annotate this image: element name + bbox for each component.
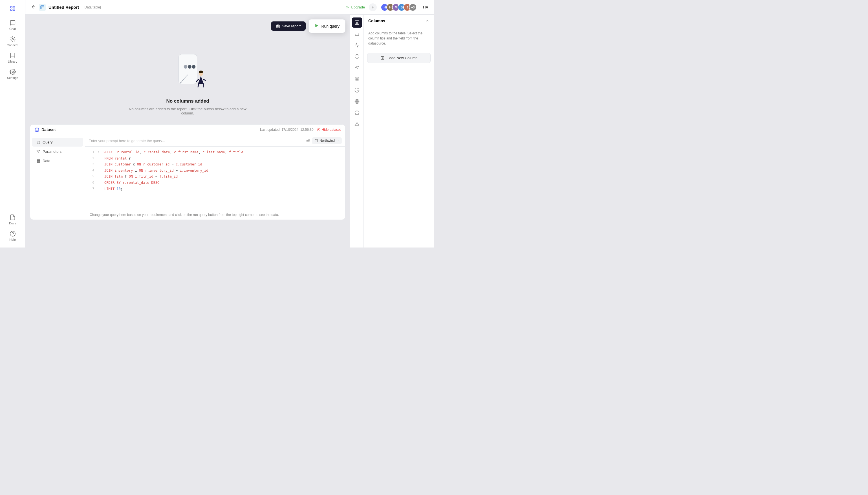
code-line-5: 5 JOIN film f ON i.film_id = f.film_id <box>90 174 341 180</box>
sidebar-item-library[interactable]: Library <box>0 50 25 66</box>
svg-rect-14 <box>179 54 197 84</box>
dataset-icon <box>35 127 39 132</box>
last-updated: Last updated: 17/10/2024, 12:56:30 <box>260 128 313 132</box>
svg-rect-24 <box>37 141 40 144</box>
svg-point-43 <box>355 67 356 68</box>
add-new-column-button[interactable]: + Add New Column <box>367 53 431 63</box>
dataset-nav-data[interactable]: Data <box>32 156 83 165</box>
query-input-bar: ⏎ Northwind <box>85 135 345 147</box>
top-header: Untitled Report [Data table] Upgrade + H… <box>25 0 434 15</box>
svg-marker-51 <box>355 111 359 115</box>
avatar-overflow[interactable]: +3 <box>409 3 417 11</box>
svg-point-17 <box>192 65 195 69</box>
svg-rect-1 <box>13 6 15 8</box>
viz-globe-button[interactable] <box>352 97 362 106</box>
viz-icons-panel <box>350 15 363 248</box>
datasource-selector[interactable]: Northwind <box>312 137 342 144</box>
svg-point-46 <box>356 66 357 67</box>
dataset-nav-parameters[interactable]: Parameters <box>32 147 83 156</box>
sidebar-item-docs-label: Docs <box>9 222 16 225</box>
viz-scatter-button[interactable] <box>352 63 362 73</box>
empty-title: No columns added <box>166 98 209 104</box>
content-area: Save report Run query <box>25 15 434 248</box>
code-line-4: 4 JOIN inventory i ON r.inventory_id = i… <box>90 168 341 174</box>
empty-illustration <box>165 45 210 96</box>
viz-bar-chart-button[interactable] <box>352 29 362 39</box>
code-editor[interactable]: 1 ▾ SELECT r.rental_id, r.rental_date, c… <box>85 147 345 210</box>
sidebar-item-help[interactable]: Help <box>0 228 25 244</box>
svg-point-4 <box>12 38 14 40</box>
columns-panel-title: Columns <box>368 19 385 23</box>
sidebar-item-settings-label: Settings <box>7 76 18 80</box>
viz-pentagon-button[interactable] <box>352 108 362 118</box>
svg-point-19 <box>199 71 203 73</box>
collapse-icon[interactable] <box>425 19 429 23</box>
svg-marker-27 <box>37 150 40 153</box>
upgrade-button[interactable]: Upgrade <box>345 5 365 9</box>
dataset-nav: Query Parameters <box>30 135 85 220</box>
code-line-7: 7 LIMIT 10; <box>90 186 341 192</box>
svg-point-33 <box>315 139 318 140</box>
svg-point-5 <box>12 71 14 73</box>
viz-area-chart-button[interactable] <box>352 51 362 62</box>
empty-description: No columns are added to the report. Clic… <box>129 107 247 115</box>
svg-point-44 <box>358 66 358 67</box>
columns-panel-header: Columns <box>364 15 434 27</box>
code-line-2: 2 FROM rental r <box>90 156 341 162</box>
report-subtitle: [Data table] <box>84 5 101 9</box>
app-logo <box>10 3 16 17</box>
svg-point-48 <box>356 78 358 80</box>
svg-rect-34 <box>355 21 359 24</box>
code-line-6: 6 ORDER BY r.rental_date DESC <box>90 180 341 186</box>
svg-point-6 <box>10 231 15 236</box>
columns-panel-description: Add columns to the table. Select the col… <box>364 27 434 49</box>
hide-dataset-button[interactable]: Hide dataset <box>317 128 341 132</box>
dataset-nav-query[interactable]: Query <box>32 138 83 147</box>
header-left: Untitled Report [Data table] <box>31 4 101 11</box>
enter-icon[interactable]: ⏎ <box>306 138 310 143</box>
svg-point-16 <box>188 65 191 69</box>
svg-point-20 <box>35 128 39 129</box>
svg-rect-3 <box>13 9 15 11</box>
avatars-group: H H M B J +3 <box>381 3 417 11</box>
sidebar-item-chat-label: Chat <box>9 27 16 31</box>
back-button[interactable] <box>31 4 36 11</box>
viz-mountain-button[interactable] <box>352 119 362 129</box>
report-action-bar: Save report Run query <box>30 19 345 33</box>
sidebar-item-connect[interactable]: Connect <box>0 33 25 50</box>
columns-panel: Columns Add columns to the table. Select… <box>363 15 434 248</box>
sidebar: Chat Connect Library Settings Docs <box>0 0 25 248</box>
sidebar-item-settings[interactable]: Settings <box>0 66 25 82</box>
code-line-1: 1 ▾ SELECT r.rental_id, r.rental_date, c… <box>90 149 341 156</box>
viz-pie-button[interactable] <box>352 85 362 95</box>
sidebar-item-chat[interactable]: Chat <box>0 17 25 33</box>
viz-table-button[interactable] <box>352 17 362 28</box>
sidebar-item-docs[interactable]: Docs <box>0 211 25 228</box>
dataset-body: Query Parameters <box>30 135 345 220</box>
add-button[interactable]: + <box>369 3 377 11</box>
viz-donut-button[interactable] <box>352 74 362 84</box>
svg-point-45 <box>357 68 358 69</box>
report-title: Untitled Report <box>49 5 79 10</box>
svg-marker-12 <box>316 24 318 27</box>
svg-rect-0 <box>11 6 12 8</box>
report-type-icon <box>39 4 46 11</box>
main-area: Untitled Report [Data table] Upgrade + H… <box>25 0 434 248</box>
svg-point-47 <box>355 77 359 81</box>
run-query-popup[interactable]: Run query <box>308 19 345 33</box>
dataset-meta: Last updated: 17/10/2024, 12:56:30 Hide … <box>260 128 341 132</box>
svg-rect-2 <box>11 9 12 11</box>
query-prompt-input[interactable] <box>88 139 304 143</box>
query-hint: Change your query here based on your req… <box>85 210 345 220</box>
dataset-label: Dataset <box>35 127 56 132</box>
header-right: Upgrade + H H M B J +3 HA <box>345 3 428 11</box>
sidebar-item-connect-label: Connect <box>7 44 18 47</box>
dataset-section: Dataset Last updated: 17/10/2024, 12:56:… <box>30 124 345 220</box>
run-query-label: Run query <box>321 24 340 29</box>
save-report-button[interactable]: Save report <box>271 21 306 31</box>
sidebar-item-help-label: Help <box>9 238 16 241</box>
svg-rect-8 <box>40 6 44 9</box>
sidebar-item-library-label: Library <box>8 60 17 63</box>
dataset-content: ⏎ Northwind <box>85 135 345 220</box>
viz-line-chart-button[interactable] <box>352 40 362 50</box>
